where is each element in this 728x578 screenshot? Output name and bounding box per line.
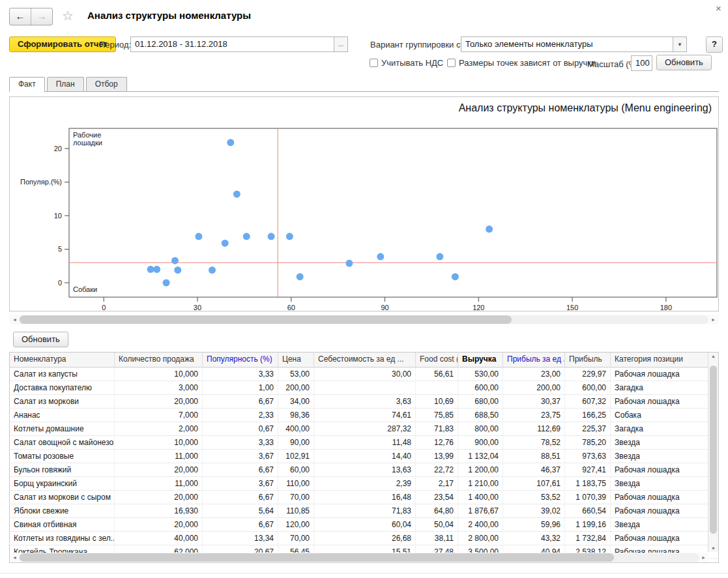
col-header-nomenclature[interactable]: Номенклатура: [10, 353, 115, 367]
table-cell: 3,67: [203, 477, 278, 490]
table-cell: 225,37: [565, 422, 611, 435]
table-cell: 3,000: [115, 381, 203, 394]
x-tick-label: 60: [287, 304, 295, 311]
grouping-select[interactable]: Только элементы номенклатуры ▾: [461, 36, 687, 52]
data-point: [227, 139, 234, 146]
scatter-chart[interactable]: 03060901201501800510Популяр.(%)20Рабочие…: [10, 97, 718, 311]
col-header-food-cost[interactable]: Food cost (%): [416, 353, 458, 367]
period-value[interactable]: 01.12.2018 - 31.12.2018: [131, 37, 334, 51]
table-cell: Томаты розовые: [10, 450, 115, 463]
y-tick-label: 20: [54, 145, 62, 152]
table-cell: 12,76: [416, 436, 458, 449]
table-header-row: Номенклатура Количество продажа Популярн…: [10, 353, 718, 368]
scrollbar-thumb[interactable]: [20, 315, 512, 324]
scroll-left-icon[interactable]: ◄: [10, 553, 19, 562]
tab-fact[interactable]: Факт: [9, 77, 45, 92]
table-row[interactable]: Салат из капусты10,0003,3353,0030,0056,6…: [10, 368, 718, 381]
table-cell: Салат из капусты: [10, 368, 115, 381]
chart-horizontal-scrollbar[interactable]: ◄ ►: [9, 315, 719, 325]
table-cell: 900,00: [458, 436, 503, 449]
data-point: [286, 233, 293, 240]
table-cell: 688,50: [458, 409, 503, 422]
chevron-down-icon[interactable]: ▾: [673, 37, 686, 51]
quadrant-label-dogs: Собаки: [73, 285, 97, 293]
table-cell: 800,00: [458, 422, 503, 435]
table-row[interactable]: Котлеты из говядины с зел...40,00013,347…: [10, 532, 718, 545]
table-cell: 112,69: [503, 422, 565, 435]
scroll-left-icon[interactable]: ◄: [10, 315, 19, 325]
point-size-checkbox[interactable]: Размеры точек зависят от выручки: [447, 58, 596, 68]
help-button[interactable]: ?: [706, 36, 723, 53]
col-header-unit-cost[interactable]: Себестоимость за ед ...: [314, 353, 416, 367]
nomenclature-table: Номенклатура Количество продажа Популярн…: [9, 352, 719, 563]
page-title: Анализ структуры номенклатуры: [87, 10, 251, 21]
refresh-button-top[interactable]: Обновить: [656, 55, 712, 70]
table-vertical-scrollbar[interactable]: ▲ ▼: [708, 353, 718, 552]
scrollbar-thumb[interactable]: [20, 553, 614, 562]
refresh-button-table[interactable]: Обновить: [13, 332, 68, 347]
table-cell: 6,67: [203, 491, 278, 504]
table-cell: 88,51: [503, 450, 565, 463]
data-point: [233, 190, 240, 197]
scale-input[interactable]: 100: [631, 55, 652, 71]
scroll-right-icon[interactable]: ►: [699, 553, 708, 562]
table-row[interactable]: Ананас7,0002,3398,3674,6175,85688,5023,7…: [10, 409, 718, 422]
table-cell: 1 400,00: [458, 491, 503, 504]
table-row[interactable]: Салат овощной с майонезом10,0003,3390,00…: [10, 436, 718, 450]
table-cell: 1 132,04: [458, 450, 503, 463]
period-input[interactable]: 01.12.2018 - 31.12.2018 ...: [130, 36, 348, 52]
favorite-star-icon[interactable]: ☆: [62, 9, 74, 22]
table-cell: 23,75: [503, 409, 565, 422]
scale-value[interactable]: 100: [632, 56, 652, 70]
col-header-popularity[interactable]: Популярность (%): [203, 353, 278, 367]
table-row[interactable]: Котлеты домашние2,0000,67400,00287,3271,…: [10, 422, 718, 436]
period-more-icon[interactable]: ...: [334, 37, 347, 51]
table-cell: 56,61: [416, 368, 458, 381]
table-cell: 1 199,16: [565, 518, 611, 531]
checkbox-icon[interactable]: [370, 59, 378, 67]
close-icon[interactable]: ×: [716, 3, 721, 13]
table-cell: [416, 381, 458, 394]
scroll-up-icon[interactable]: ▲: [708, 354, 718, 358]
bottom-divider: [0, 573, 728, 573]
table-cell: 16,930: [115, 504, 203, 517]
col-header-profit[interactable]: Прибыль: [565, 353, 611, 367]
checkbox-icon[interactable]: [447, 59, 456, 67]
table-cell: 2,39: [314, 477, 416, 490]
forward-icon[interactable]: →: [31, 8, 52, 25]
col-header-price[interactable]: Цена: [278, 353, 314, 367]
scrollbar-thumb[interactable]: [710, 366, 717, 534]
table-cell: 600,00: [565, 381, 611, 394]
table-cell: 10,000: [115, 436, 203, 449]
table-row[interactable]: Салат из моркови с сыром20,0006,6770,001…: [10, 491, 718, 504]
col-header-quantity[interactable]: Количество продажа: [115, 353, 203, 367]
table-row[interactable]: Доставка покупателю3,0001,00200,00600,00…: [10, 381, 718, 395]
table-cell: 2 800,00: [458, 532, 503, 545]
table-row[interactable]: Бульон говяжий20,0006,6760,0013,6322,721…: [10, 463, 718, 477]
grouping-value[interactable]: Только элементы номенклатуры: [461, 37, 673, 51]
col-header-revenue[interactable]: Выручка: [458, 353, 503, 367]
scroll-down-icon[interactable]: ▼: [708, 546, 718, 551]
x-tick-label: 90: [381, 304, 388, 311]
vat-checkbox[interactable]: Учитывать НДС: [370, 58, 443, 68]
table-horizontal-scrollbar[interactable]: ◄ ►: [10, 553, 708, 562]
table-body: Салат из капусты10,0003,3353,0030,0056,6…: [10, 368, 718, 559]
table-cell: 40,000: [115, 532, 203, 545]
scroll-right-icon[interactable]: ►: [709, 315, 718, 325]
table-row[interactable]: Яблоки свежие16,9305,64110,8571,8364,801…: [10, 504, 718, 518]
tab-plan[interactable]: План: [47, 77, 84, 91]
table-cell: 200,00: [278, 381, 314, 394]
table-cell: 59,96: [503, 518, 565, 531]
table-row[interactable]: Салат из моркови20,0006,6734,003,6310,69…: [10, 395, 718, 409]
table-cell: 120,00: [278, 518, 314, 531]
table-row[interactable]: Томаты розовые11,0003,67102,9114,4013,99…: [10, 450, 718, 463]
table-row[interactable]: Борщ украинский11,0003,67110,002,392,171…: [10, 477, 718, 491]
col-header-profit-per-unit[interactable]: Прибыль за ед ...: [503, 353, 565, 367]
table-row[interactable]: Свиная отбивная20,0006,67120,0060,0450,0…: [10, 518, 718, 532]
table-cell: 90,00: [278, 436, 314, 449]
table-cell: Борщ украинский: [10, 477, 115, 490]
tab-filter[interactable]: Отбор: [86, 77, 127, 91]
back-icon[interactable]: ←: [10, 8, 31, 25]
col-header-category[interactable]: Категория позиции: [611, 353, 708, 367]
table-cell: 1 876,67: [458, 504, 503, 517]
